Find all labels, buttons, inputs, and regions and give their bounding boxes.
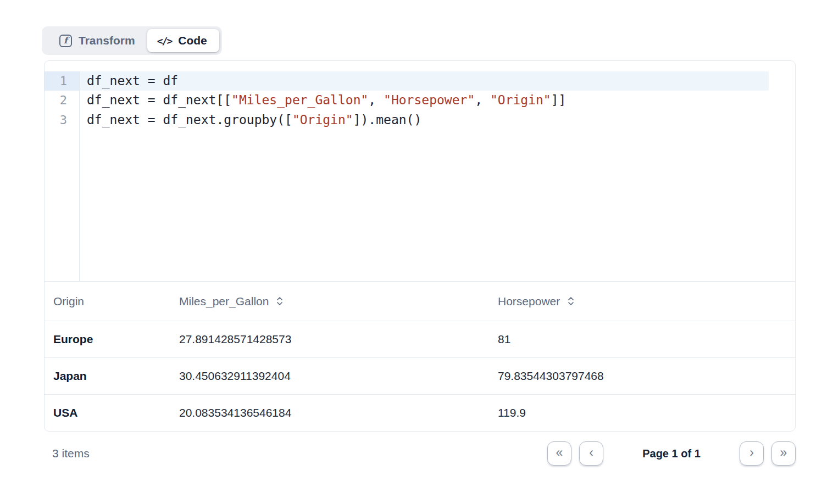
table-row: Europe27.89142857142857381 — [45, 321, 795, 357]
code-token: , — [368, 93, 384, 107]
table-row: USA20.083534136546184119.9 — [45, 394, 795, 431]
column-label: Horsepower — [498, 295, 560, 308]
view-mode-tabs: f Transform </> Code — [42, 26, 222, 55]
column-label: Miles_per_Gallon — [179, 295, 269, 308]
column-header-miles_per_gallon[interactable]: Miles_per_Gallon — [179, 295, 498, 308]
code-token: df_next = df_next.groupby([ — [87, 113, 292, 127]
cell-horsepower: 79.83544303797468 — [498, 369, 786, 383]
code-token: , — [475, 93, 490, 107]
line-number: 3 — [45, 110, 79, 130]
line-number: 1 — [45, 71, 79, 91]
function-icon: f — [59, 35, 72, 47]
table-header-row: OriginMiles_per_GallonHorsepower — [45, 282, 795, 321]
pagination: « ‹ Page 1 of 1 › » — [547, 441, 796, 466]
code-token: ]] — [551, 93, 567, 107]
first-page-button[interactable]: « — [547, 441, 571, 466]
column-header-horsepower[interactable]: Horsepower — [498, 295, 786, 308]
prev-page-button[interactable]: ‹ — [579, 441, 603, 466]
tab-code-label: Code — [178, 34, 207, 47]
code-line[interactable]: df_next = df — [80, 71, 769, 91]
last-page-button[interactable]: » — [771, 441, 796, 466]
cell-horsepower: 119.9 — [498, 406, 786, 419]
items-count: 3 items — [44, 447, 90, 460]
column-label: Origin — [53, 295, 84, 308]
code-icon: </> — [157, 35, 172, 47]
code-token: ]).mean() — [353, 113, 422, 127]
cell-horsepower: 81 — [498, 333, 786, 346]
code-string-token: "Origin" — [490, 93, 551, 107]
page-indicator: Page 1 of 1 — [609, 447, 734, 460]
tab-transform[interactable]: f Transform — [45, 29, 147, 52]
cell-miles-per-gallon: 30.450632911392404 — [179, 369, 498, 383]
cell-origin: USA — [53, 406, 179, 419]
code-token: df_next = df_next[[ — [87, 93, 231, 107]
next-page-button[interactable]: › — [740, 441, 764, 466]
tab-code[interactable]: </> Code — [147, 29, 219, 52]
tab-transform-label: Transform — [79, 34, 135, 47]
table-footer: 3 items « ‹ Page 1 of 1 › » — [44, 435, 796, 472]
transform-panel: 123 df_next = dfdf_next = df_next[["Mile… — [44, 60, 796, 432]
code-string-token: "Miles_per_Gallon" — [231, 93, 368, 107]
editor-content[interactable]: df_next = dfdf_next = df_next[["Miles_pe… — [80, 71, 795, 281]
code-line[interactable]: df_next = df_next[["Miles_per_Gallon", "… — [80, 91, 795, 110]
cell-origin: Japan — [53, 369, 179, 383]
code-string-token: "Horsepower" — [384, 93, 475, 107]
sort-icon[interactable] — [276, 295, 284, 307]
table-row: Japan30.45063291139240479.83544303797468 — [45, 357, 795, 394]
cell-miles-per-gallon: 20.083534136546184 — [179, 406, 498, 419]
table-body: Europe27.89142857142857381Japan30.450632… — [45, 321, 795, 431]
editor-gutter: 123 — [45, 71, 80, 281]
column-header-origin: Origin — [53, 295, 179, 308]
code-token: df_next = df — [87, 74, 178, 88]
line-number: 2 — [45, 91, 79, 110]
sort-icon[interactable] — [567, 295, 575, 307]
cell-origin: Europe — [53, 333, 179, 346]
result-table: OriginMiles_per_GallonHorsepower Europe2… — [45, 282, 795, 431]
cell-miles-per-gallon: 27.891428571428573 — [179, 333, 498, 346]
code-string-token: "Origin" — [292, 113, 353, 127]
code-editor[interactable]: 123 df_next = dfdf_next = df_next[["Mile… — [45, 61, 795, 282]
code-line[interactable]: df_next = df_next.groupby(["Origin"]).me… — [80, 110, 795, 130]
